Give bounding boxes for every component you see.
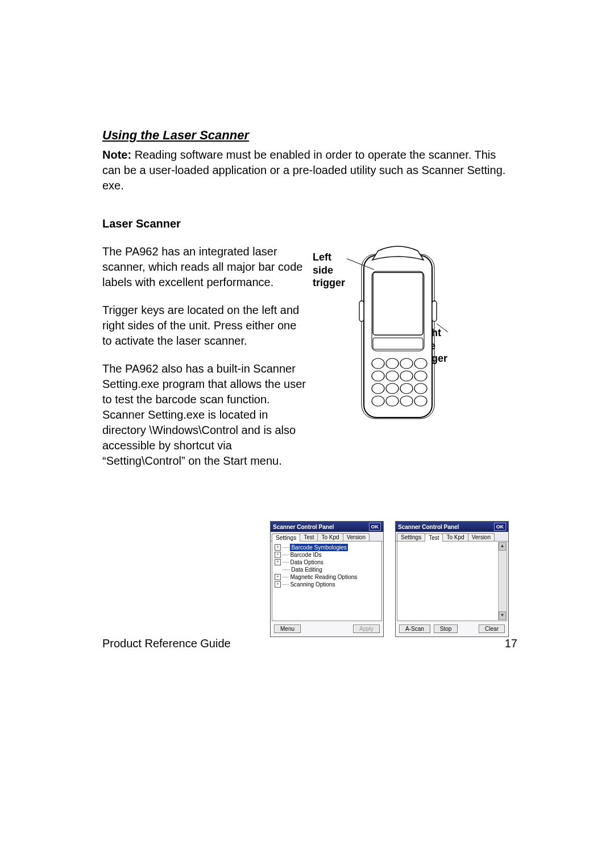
svg-rect-22 bbox=[432, 301, 437, 321]
svg-point-17 bbox=[372, 396, 384, 406]
tree-item[interactable]: +······· Barcode IDs bbox=[273, 551, 380, 559]
tree-item-label: Barcode Symbologies bbox=[290, 544, 347, 551]
scroll-up-icon[interactable]: ▲ bbox=[499, 542, 506, 551]
window-titlebar: Scanner Control Panel OK bbox=[271, 522, 383, 532]
svg-point-15 bbox=[400, 383, 413, 394]
tabs-bar: Settings Test To Kpd Version bbox=[271, 532, 383, 542]
svg-point-11 bbox=[400, 371, 413, 381]
two-column-layout: The PA962 has an integrated laser scanne… bbox=[102, 244, 512, 481]
scanner-panel-settings-window: Scanner Control Panel OK Settings Test T… bbox=[270, 521, 384, 637]
tab-to-kpd[interactable]: To Kpd bbox=[442, 533, 468, 541]
scroll-down-icon[interactable]: ▼ bbox=[499, 611, 506, 620]
expand-icon[interactable]: + bbox=[275, 581, 281, 588]
menu-button[interactable]: Menu bbox=[274, 625, 301, 633]
svg-point-8 bbox=[414, 358, 427, 369]
tab-version[interactable]: Version bbox=[468, 533, 495, 541]
window-title: Scanner Control Panel bbox=[398, 524, 459, 530]
tree-item[interactable]: +······· Data Options bbox=[273, 559, 380, 566]
ascan-button[interactable]: A-Scan bbox=[399, 625, 430, 633]
svg-point-18 bbox=[386, 396, 399, 406]
tree-item[interactable]: +······· Scanning Options bbox=[273, 581, 380, 588]
svg-rect-4 bbox=[373, 338, 423, 349]
scrollbar[interactable]: ▲ ▼ bbox=[498, 542, 506, 620]
tab-settings[interactable]: Settings bbox=[272, 534, 300, 542]
tree-item-label: Barcode IDs bbox=[290, 551, 321, 559]
note-label: Note: bbox=[102, 148, 131, 161]
svg-point-14 bbox=[386, 383, 399, 394]
tree-item-label: Magnetic Reading Options bbox=[290, 573, 357, 581]
figure-label-left-trigger: Left side trigger bbox=[313, 251, 345, 290]
ok-button[interactable]: OK bbox=[494, 523, 507, 531]
tree-item-label: Data Options bbox=[290, 559, 323, 566]
svg-point-7 bbox=[400, 358, 413, 369]
clear-button[interactable]: Clear bbox=[479, 625, 505, 633]
svg-point-13 bbox=[372, 383, 384, 394]
apply-button[interactable]: Apply bbox=[353, 625, 380, 633]
window-titlebar: Scanner Control Panel OK bbox=[396, 522, 508, 532]
tab-test[interactable]: Test bbox=[300, 533, 318, 541]
tree-item[interactable]: +······· Magnetic Reading Options bbox=[273, 573, 380, 581]
tab-test[interactable]: Test bbox=[425, 534, 443, 542]
svg-point-5 bbox=[372, 358, 384, 369]
scanner-panel-test-window: Scanner Control Panel OK Settings Test T… bbox=[395, 521, 509, 637]
body-paragraph: Trigger keys are located on the left and… bbox=[102, 303, 307, 349]
document-page: Using the Laser Scanner Note: Reading so… bbox=[0, 0, 614, 868]
tree-item[interactable]: +········ Data Editing bbox=[273, 566, 380, 573]
stop-button[interactable]: Stop bbox=[434, 625, 458, 633]
window-footer: A-Scan Stop Clear bbox=[396, 622, 508, 636]
expand-icon[interactable]: + bbox=[275, 552, 281, 558]
tabs-bar: Settings Test To Kpd Version bbox=[396, 532, 508, 542]
tab-version[interactable]: Version bbox=[343, 533, 370, 541]
text-column: The PA962 has an integrated laser scanne… bbox=[102, 244, 307, 481]
section-title: Using the Laser Scanner bbox=[102, 128, 512, 143]
svg-rect-21 bbox=[359, 301, 364, 321]
tab-settings[interactable]: Settings bbox=[397, 533, 425, 541]
svg-point-12 bbox=[414, 371, 427, 381]
tree-item-label: Scanning Options bbox=[290, 581, 335, 588]
device-illustration bbox=[347, 244, 458, 426]
expand-icon[interactable]: + bbox=[275, 544, 281, 551]
svg-point-19 bbox=[400, 396, 413, 406]
svg-point-9 bbox=[372, 371, 384, 381]
page-footer: Product Reference Guide 17 bbox=[102, 637, 517, 650]
tab-to-kpd[interactable]: To Kpd bbox=[317, 533, 343, 541]
footer-title: Product Reference Guide bbox=[102, 637, 231, 650]
tree-item-label: Data Editing bbox=[291, 566, 322, 573]
window-footer: Menu Apply bbox=[271, 622, 383, 636]
note-paragraph: Note: Reading software must be enabled i… bbox=[102, 147, 512, 193]
body-paragraph: The PA962 also has a built-in Scanner Se… bbox=[102, 361, 307, 469]
screenshots-row: Scanner Control Panel OK Settings Test T… bbox=[102, 521, 512, 637]
svg-line-24 bbox=[437, 324, 448, 332]
svg-point-10 bbox=[386, 371, 399, 381]
sub-heading: Laser Scanner bbox=[102, 217, 512, 230]
window-title: Scanner Control Panel bbox=[273, 524, 334, 530]
page-number: 17 bbox=[505, 637, 517, 650]
note-text: Reading software must be enabled in orde… bbox=[102, 148, 505, 192]
svg-point-20 bbox=[414, 396, 427, 406]
svg-point-16 bbox=[414, 383, 427, 394]
svg-point-6 bbox=[386, 358, 399, 369]
expand-icon[interactable]: + bbox=[275, 559, 281, 565]
ok-button[interactable]: OK bbox=[369, 523, 381, 531]
device-figure: Left side trigger Right side trigger bbox=[313, 244, 512, 432]
settings-tree: +······· Barcode Symbologies +······· Ba… bbox=[272, 542, 382, 621]
body-paragraph: The PA962 has an integrated laser scanne… bbox=[102, 244, 307, 290]
test-output-area: ▲ ▼ bbox=[397, 542, 507, 621]
tree-item[interactable]: +······· Barcode Symbologies bbox=[273, 544, 380, 551]
svg-rect-2 bbox=[373, 272, 423, 335]
expand-icon[interactable]: + bbox=[275, 574, 281, 580]
